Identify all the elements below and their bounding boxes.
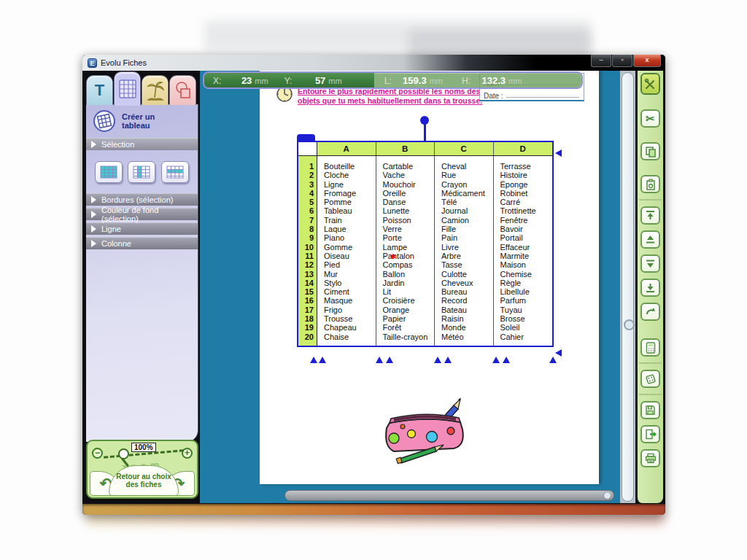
table-cell[interactable]: Mur (324, 270, 376, 279)
row-number[interactable]: 16 (298, 296, 314, 305)
row-number[interactable]: 11 (298, 252, 314, 260)
column-header[interactable]: B (376, 142, 436, 155)
row-number[interactable]: 5 (298, 198, 314, 206)
dice-table-button[interactable] (640, 370, 660, 388)
row-number[interactable]: 19 (298, 323, 314, 332)
copy-button[interactable] (640, 142, 660, 160)
save-button[interactable] (640, 401, 660, 419)
row-number[interactable]: 8 (298, 225, 314, 233)
cut-button[interactable]: ✂ (640, 109, 660, 128)
vertical-scrollbar[interactable] (622, 72, 634, 502)
table-cell[interactable]: Histoire (500, 171, 553, 179)
tab-table-tool[interactable] (114, 71, 141, 106)
table-cell[interactable]: Vache (383, 171, 435, 179)
table-column[interactable]: BouteilleClocheLigneFromagePommeTableauT… (317, 156, 376, 346)
table-cell[interactable]: Brosse (500, 314, 553, 323)
table-cell[interactable]: Médicament (441, 189, 493, 198)
resize-arrow-icon[interactable] (492, 357, 500, 363)
table-cell[interactable]: Portail (500, 233, 553, 242)
table-cell[interactable]: Chapeau (324, 323, 376, 332)
table-cell[interactable]: Train (324, 216, 376, 225)
table-cell[interactable]: Pied (324, 260, 376, 269)
row-number[interactable]: 15 (298, 287, 314, 296)
create-table-button[interactable]: Créer un tableau (86, 104, 198, 138)
table-cell[interactable]: Record (441, 296, 493, 305)
tab-text-tool[interactable]: T (86, 75, 113, 105)
table-cell[interactable]: Lampe (383, 243, 435, 252)
table-column[interactable]: TerrasseHistoireÉpongeRobinetCarréTrotti… (494, 156, 553, 346)
table-cell[interactable]: Carré (500, 198, 553, 206)
table-cell[interactable]: Télé (441, 198, 493, 206)
print-button[interactable] (640, 449, 660, 467)
table-cell[interactable]: Oreille (383, 189, 435, 198)
table-cell[interactable]: Rue (441, 171, 493, 179)
table-cell[interactable]: Fille (441, 225, 493, 233)
table-cell[interactable]: Lit (383, 287, 435, 296)
resize-arrow-icon[interactable] (319, 357, 326, 363)
table-cell[interactable]: Fenêtre (500, 216, 553, 225)
row-number[interactable]: 7 (298, 216, 314, 225)
table-cell[interactable]: Cahier (500, 332, 553, 341)
table-cell[interactable]: Jardin (383, 279, 435, 287)
table-cell[interactable]: Laque (324, 225, 376, 233)
table-cell[interactable]: Ciment (324, 287, 376, 296)
table-cell[interactable]: Tasse (441, 260, 493, 269)
table-cell[interactable]: Arbre (441, 252, 493, 260)
table-cell[interactable]: Monde (441, 323, 493, 332)
table-cell[interactable]: Bavoir (500, 225, 553, 233)
titlebar[interactable]: E Evolu Fiches – ▫ x (82, 55, 665, 71)
table-cell[interactable]: Pomme (324, 198, 376, 206)
minimize-button[interactable]: – (591, 55, 611, 67)
table-cell[interactable]: Journal (441, 206, 493, 215)
select-all-cells-button[interactable] (95, 161, 123, 183)
table-cell[interactable]: Maison (500, 260, 553, 269)
table-cell[interactable]: Bureau (441, 287, 493, 296)
section-couleur-fond[interactable]: Couleur de fond (sélection) (86, 208, 198, 220)
table-cell[interactable]: Culotte (441, 270, 493, 279)
row-number-column[interactable]: 1234567891011121314151617181920 (298, 156, 317, 346)
section-bordures[interactable]: Bordures (sélection) (86, 193, 198, 206)
table-corner-cell[interactable] (298, 142, 317, 155)
row-number[interactable]: 20 (298, 332, 314, 341)
row-number[interactable]: 6 (298, 206, 314, 215)
zoom-out-button[interactable]: − (92, 448, 103, 459)
date-field[interactable] (506, 97, 578, 98)
table-cell[interactable]: Forêt (383, 323, 435, 332)
table-pin-handle[interactable] (424, 123, 426, 141)
resize-arrow-icon[interactable] (386, 357, 393, 363)
table-cell[interactable]: Trousse (324, 314, 376, 323)
tools-button[interactable] (640, 73, 660, 95)
table-cell[interactable]: Porte (383, 233, 435, 242)
table-cell[interactable]: Livre (441, 243, 493, 252)
table-cell[interactable]: Oiseau (324, 252, 376, 260)
resize-arrow-icon[interactable] (310, 357, 317, 363)
table-cell[interactable]: Chemise (500, 270, 553, 279)
table-cell[interactable]: Marmite (500, 252, 553, 260)
export-button[interactable] (640, 425, 660, 443)
table-cell[interactable]: Lunette (383, 206, 435, 215)
table-cell[interactable]: Gomme (324, 243, 376, 252)
row-number[interactable]: 9 (298, 233, 314, 242)
table-cell[interactable]: Pain (441, 233, 493, 242)
table-cell[interactable]: Danse (383, 198, 435, 206)
table-cell[interactable]: Trottinette (500, 206, 553, 215)
table-cell[interactable]: Frigo (324, 306, 376, 314)
undo-button[interactable] (640, 303, 660, 321)
move-to-top-button[interactable] (640, 206, 660, 225)
resize-arrow-icon[interactable] (503, 357, 510, 363)
section-colonne[interactable]: Colonne (86, 237, 198, 249)
tab-image-tool[interactable] (142, 75, 169, 105)
row-number[interactable]: 14 (298, 279, 314, 287)
select-row-button[interactable] (161, 161, 189, 183)
table-cell[interactable]: Soleil (500, 323, 553, 332)
table-cell[interactable]: Éponge (500, 180, 553, 189)
table-cell[interactable]: Ligne (324, 180, 376, 189)
document-page[interactable]: Entoure le plus rapidement possible les … (260, 71, 599, 484)
table-cell[interactable]: Verre (383, 225, 435, 233)
resize-arrow-icon[interactable] (549, 357, 557, 363)
select-column-button[interactable] (128, 161, 155, 183)
document-workspace[interactable]: Entoure le plus rapidement possible les … (200, 71, 620, 503)
table-cell[interactable]: Tableau (324, 206, 376, 215)
resize-arrow-icon[interactable] (555, 149, 562, 157)
calculator-button[interactable] (640, 338, 660, 357)
